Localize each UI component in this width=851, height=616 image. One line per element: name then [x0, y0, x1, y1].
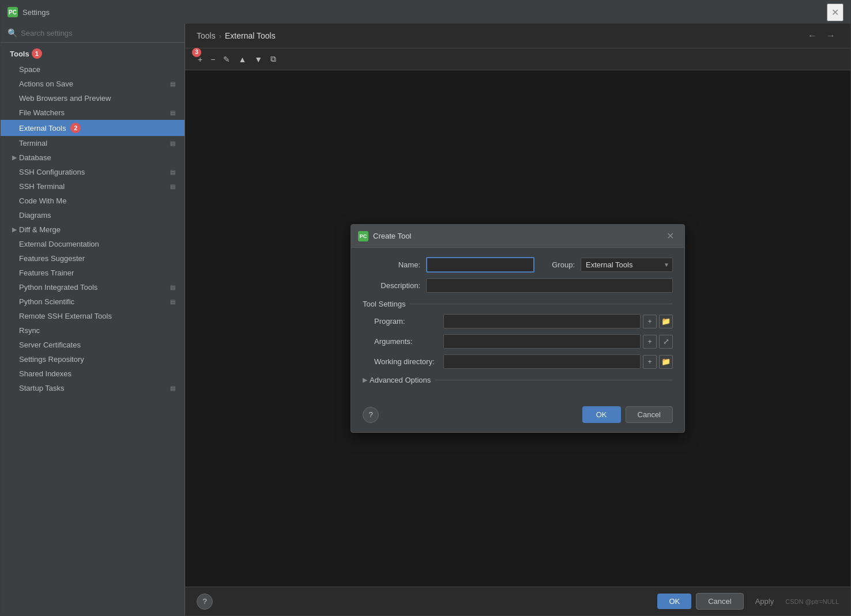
toolbar-remove-button[interactable]: −: [207, 52, 219, 66]
sidebar-item-features-suggester[interactable]: Features Suggester: [1, 251, 184, 266]
breadcrumb-bar: Tools › External Tools ← →: [185, 24, 850, 48]
sidebar-item-rsync[interactable]: Rsync: [1, 323, 184, 338]
name-input[interactable]: [426, 257, 534, 273]
breadcrumb-left: Tools › External Tools: [197, 31, 276, 40]
dialog-title-bar: PC Create Tool ✕: [351, 225, 684, 248]
sidebar: 🔍 Tools 1 Space Actions on Save ▤: [1, 24, 185, 615]
toolbar-copy-button[interactable]: ⧉: [267, 52, 280, 66]
breadcrumb-current: External Tools: [225, 31, 276, 40]
program-row: Program: + 📁: [374, 314, 673, 328]
content-area: 🔍 Tools 1 Space Actions on Save ▤: [1, 24, 850, 615]
toolbar-badge: 3: [192, 48, 201, 57]
dialog-close-button[interactable]: ✕: [663, 229, 677, 243]
settings-ok-button[interactable]: OK: [657, 594, 691, 609]
settings-icon-ssh-config: ▤: [170, 169, 175, 175]
description-row: Description:: [363, 278, 673, 293]
advanced-options-toggle[interactable]: ▶ Advanced Options: [363, 376, 431, 384]
sidebar-section-tools[interactable]: Tools 1: [1, 45, 184, 62]
working-directory-input[interactable]: [443, 354, 641, 369]
sidebar-item-features-trainer[interactable]: Features Trainer: [1, 266, 184, 280]
search-input[interactable]: [21, 29, 178, 37]
nav-forward-button[interactable]: →: [823, 29, 839, 42]
window-title: Settings: [22, 8, 50, 17]
settings-cancel-button[interactable]: Cancel: [696, 593, 743, 610]
group-select-wrapper: External Tools ▼: [581, 258, 673, 272]
dialog-ok-button[interactable]: OK: [582, 406, 621, 423]
search-icon: 🔍: [7, 28, 17, 37]
tool-settings-divider: Tool Settings: [363, 300, 673, 308]
dialog-help-button[interactable]: ?: [363, 407, 379, 423]
sidebar-item-diff-merge[interactable]: ▶ Diff & Merge: [1, 222, 184, 237]
chevron-database-icon: ▶: [12, 154, 17, 161]
arguments-input[interactable]: [443, 334, 641, 349]
sidebar-item-space[interactable]: Space: [1, 62, 184, 77]
settings-icon-python-sci: ▤: [170, 298, 175, 305]
program-input[interactable]: [443, 314, 641, 328]
sidebar-item-shared-indexes[interactable]: Shared Indexes: [1, 366, 184, 381]
arguments-label: Arguments:: [374, 337, 443, 346]
sidebar-item-code-with-me[interactable]: Code With Me: [1, 194, 184, 208]
arguments-expand-btn[interactable]: ⤢: [659, 335, 673, 349]
app-icon: PC: [7, 7, 18, 17]
sidebar-item-ssh-configurations[interactable]: SSH Configurations ▤: [1, 165, 184, 179]
group-select[interactable]: External Tools: [581, 258, 673, 272]
working-directory-add-btn[interactable]: +: [643, 355, 657, 369]
toolbar-add-wrapper: + 3: [194, 52, 206, 66]
group-label: Group:: [540, 260, 575, 269]
settings-icon-startup: ▤: [170, 385, 175, 391]
nav-buttons: ← →: [804, 29, 839, 42]
sidebar-section-tools-label: Tools: [10, 50, 29, 58]
program-input-wrapper: + 📁: [443, 314, 673, 328]
program-folder-btn[interactable]: 📁: [659, 315, 673, 328]
sidebar-item-python-integrated-tools[interactable]: Python Integrated Tools ▤: [1, 280, 184, 294]
sidebar-item-server-certificates[interactable]: Server Certificates: [1, 338, 184, 352]
settings-apply-button[interactable]: Apply: [748, 594, 781, 609]
dialog-footer: ? OK Cancel: [351, 400, 684, 432]
divider-line-1: [410, 304, 673, 304]
sidebar-item-ssh-terminal[interactable]: SSH Terminal ▤: [1, 179, 184, 194]
dialog-title: Create Tool: [373, 232, 411, 240]
sidebar-item-terminal[interactable]: Terminal ▤: [1, 136, 184, 150]
chevron-right-icon: ▶: [363, 376, 367, 384]
dialog-cancel-button[interactable]: Cancel: [626, 406, 673, 423]
working-directory-input-wrapper: + 📁: [443, 354, 673, 369]
sidebar-item-startup-tasks[interactable]: Startup Tasks ▤: [1, 381, 184, 395]
sidebar-item-database[interactable]: ▶ Database: [1, 150, 184, 165]
nav-back-button[interactable]: ←: [804, 29, 820, 42]
title-bar: PC Settings ✕: [1, 1, 850, 24]
program-add-btn[interactable]: +: [643, 315, 657, 328]
tool-settings-label: Tool Settings: [363, 300, 405, 308]
title-bar-left: PC Settings: [7, 7, 50, 17]
arguments-add-btn[interactable]: +: [643, 335, 657, 349]
sidebar-item-settings-repository[interactable]: Settings Repository: [1, 352, 184, 366]
sidebar-item-external-tools[interactable]: External Tools 2: [1, 120, 184, 136]
settings-window: PC Settings ✕ 🔍 Tools 1 Space: [0, 0, 851, 616]
chevron-diff-icon: ▶: [12, 226, 17, 233]
sidebar-item-actions-on-save[interactable]: Actions on Save ▤: [1, 77, 184, 91]
settings-help-button[interactable]: ?: [197, 594, 213, 610]
name-label: Name:: [363, 260, 420, 269]
toolbar-move-up-button[interactable]: ▲: [235, 52, 250, 66]
sidebar-item-file-watchers[interactable]: File Watchers ▤: [1, 105, 184, 120]
create-tool-dialog: PC Create Tool ✕ Name:: [351, 224, 685, 433]
window-close-button[interactable]: ✕: [827, 3, 844, 21]
name-group-row: Name: Group: External Tools ▼: [363, 257, 673, 273]
toolbar-edit-button[interactable]: ✎: [220, 52, 234, 66]
description-input[interactable]: [426, 278, 673, 293]
sidebar-item-web-browsers[interactable]: Web Browsers and Preview: [1, 91, 184, 105]
sidebar-search: 🔍: [1, 24, 184, 43]
program-label: Program:: [374, 317, 443, 326]
dialog-icon: PC: [358, 231, 368, 241]
breadcrumb-parent: Tools: [197, 31, 216, 40]
main-panel: Tools › External Tools ← → + 3 − ✎ ▲ ▼: [185, 24, 850, 615]
toolbar-move-down-button[interactable]: ▼: [251, 52, 266, 66]
working-directory-folder-btn[interactable]: 📁: [659, 355, 673, 369]
sidebar-item-python-scientific[interactable]: Python Scientific ▤: [1, 294, 184, 309]
main-content: PC Create Tool ✕ Name:: [185, 70, 850, 587]
sidebar-item-external-documentation[interactable]: External Documentation: [1, 237, 184, 251]
settings-icon-python-int: ▤: [170, 284, 175, 290]
sidebar-item-remote-ssh-external-tools[interactable]: Remote SSH External Tools: [1, 309, 184, 323]
bottom-bar: ? OK Cancel Apply CSDN @ptr=NULL: [185, 587, 850, 615]
sidebar-item-diagrams[interactable]: Diagrams: [1, 208, 184, 222]
description-label: Description:: [363, 281, 420, 290]
